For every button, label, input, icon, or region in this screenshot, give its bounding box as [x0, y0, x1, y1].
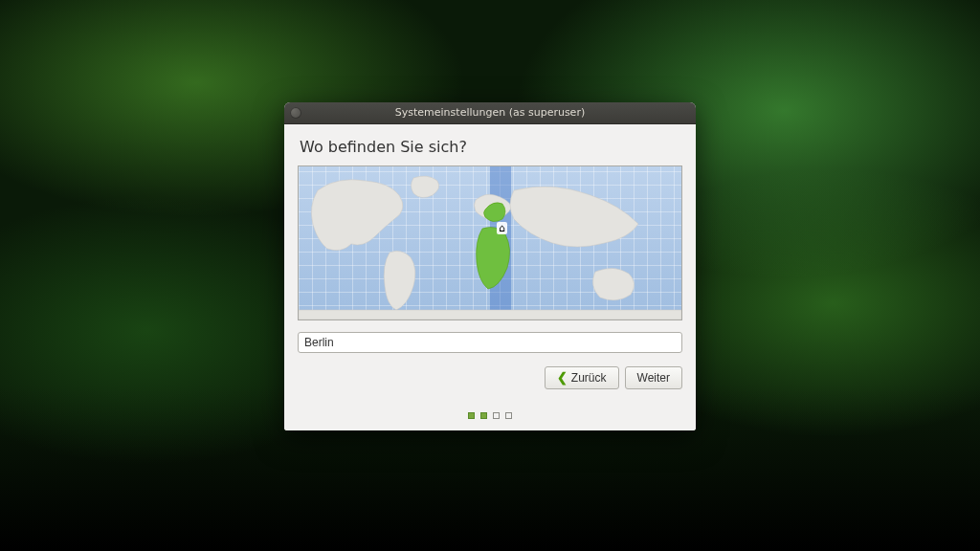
wizard-progress [284, 399, 696, 430]
progress-step [505, 412, 512, 419]
page-heading: Wo befinden Sie sich? [300, 138, 682, 156]
progress-step [480, 412, 487, 419]
location-input[interactable] [298, 332, 682, 353]
progress-step [468, 412, 475, 419]
window-title: Systemeinstellungen (as superuser) [395, 106, 585, 119]
back-button-label: Zurück [571, 371, 607, 385]
installer-window: Systemeinstellungen (as superuser) Wo be… [284, 102, 696, 430]
close-icon[interactable] [290, 107, 301, 119]
desktop-background: Systemeinstellungen (as superuser) Wo be… [0, 0, 980, 551]
wizard-button-row: ❮ Zurück Weiter [298, 366, 682, 389]
back-button[interactable]: ❮ Zurück [545, 366, 619, 389]
window-titlebar: Systemeinstellungen (as superuser) [284, 102, 696, 124]
map-pin-icon: ⌂ [497, 222, 507, 234]
next-button[interactable]: Weiter [625, 366, 682, 389]
world-map-icon [299, 166, 681, 320]
timezone-map[interactable]: ⌂ [298, 165, 682, 320]
next-button-label: Weiter [637, 371, 670, 385]
window-content: Wo befinden Sie sich? [284, 124, 696, 399]
progress-step [493, 412, 500, 419]
chevron-left-icon: ❮ [557, 370, 568, 385]
